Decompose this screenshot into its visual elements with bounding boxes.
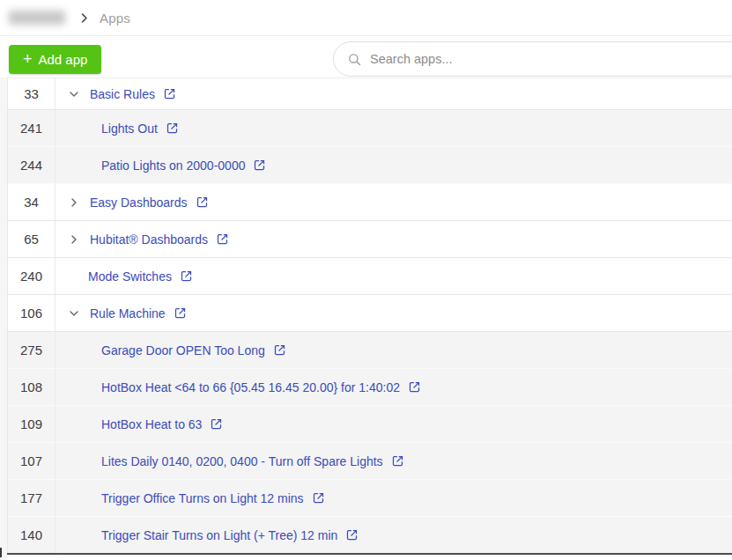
app-id: 65 xyxy=(8,221,55,257)
table-row: 108 HotBox Heat <64 to 66 {05.45 16.45 2… xyxy=(8,369,732,406)
external-link-icon[interactable] xyxy=(408,380,421,394)
app-link-label: Trigger Stair Turns on Light (+ Tree) 12… xyxy=(101,528,337,542)
table-row: 275 Garage Door OPEN Too Long xyxy=(8,332,732,369)
app-link[interactable]: Garage Door OPEN Too Long xyxy=(101,343,286,357)
external-link-icon[interactable] xyxy=(273,343,286,357)
expand-chevron-icon[interactable] xyxy=(66,232,82,247)
add-app-button[interactable]: + Add app xyxy=(9,45,101,74)
apps-page: Apps + Add app 33 Basic Rules xyxy=(0,0,732,560)
app-name-cell: Lites Daily 0140, 0200, 0400 - Turn off … xyxy=(55,443,732,479)
app-link-label: HotBox Heat to 63 xyxy=(101,417,202,431)
app-link-label: Basic Rules xyxy=(90,87,155,101)
app-id: 240 xyxy=(8,258,55,294)
app-name-cell: Easy Dashboards xyxy=(55,184,732,220)
app-link-label: Lights Out xyxy=(101,122,158,136)
app-link[interactable]: Easy Dashboards xyxy=(90,195,209,210)
table-row: 140 Trigger Stair Turns on Light (+ Tree… xyxy=(8,517,732,554)
external-link-icon[interactable] xyxy=(196,195,209,209)
external-link-icon[interactable] xyxy=(391,454,404,468)
toolbar: + Add app xyxy=(0,35,732,77)
app-link-label: Lites Daily 0140, 0200, 0400 - Turn off … xyxy=(101,454,383,468)
app-name-cell: Trigger Office Turns on Light 12 mins xyxy=(55,480,732,516)
app-link[interactable]: HotBox Heat <64 to 66 {05.45 16.45 20.00… xyxy=(101,380,421,394)
search-icon xyxy=(347,52,362,67)
app-link[interactable]: Trigger Office Turns on Light 12 mins xyxy=(101,491,325,505)
add-app-label: Add app xyxy=(39,52,88,67)
search-box[interactable] xyxy=(333,41,732,77)
app-link[interactable]: Trigger Stair Turns on Light (+ Tree) 12… xyxy=(101,528,359,542)
app-link[interactable]: Mode Switches xyxy=(88,269,193,284)
external-link-icon[interactable] xyxy=(253,158,266,172)
apps-table-body: 33 Basic Rules 241 Lights Out 244 xyxy=(7,77,732,554)
table-row: 33 Basic Rules xyxy=(8,78,732,110)
page-left-gutter xyxy=(0,77,7,560)
external-link-icon[interactable] xyxy=(180,269,193,283)
app-name-cell: Mode Switches xyxy=(55,258,732,294)
app-id: 177 xyxy=(8,480,55,516)
app-id: 109 xyxy=(8,406,55,442)
external-link-icon[interactable] xyxy=(216,232,229,246)
app-id: 107 xyxy=(8,443,55,479)
app-link-label: Rule Machine xyxy=(90,306,166,321)
app-link-label: Trigger Office Turns on Light 12 mins xyxy=(101,491,304,505)
app-link[interactable]: HotBox Heat to 63 xyxy=(101,417,223,431)
breadcrumb: Apps xyxy=(0,0,732,35)
app-link[interactable]: Lites Daily 0140, 0200, 0400 - Turn off … xyxy=(101,454,404,468)
app-link-label: Easy Dashboards xyxy=(90,195,188,210)
app-name-cell: HotBox Heat to 63 xyxy=(55,406,732,442)
table-row: 65 Hubitat® Dashboards xyxy=(8,221,732,258)
table-row: 241 Lights Out xyxy=(8,110,732,147)
app-name-cell: Basic Rules xyxy=(55,78,732,109)
expand-chevron-icon[interactable] xyxy=(66,195,82,210)
app-link-label: HotBox Heat <64 to 66 {05.45 16.45 20.00… xyxy=(101,380,400,394)
app-link[interactable]: Lights Out xyxy=(101,122,179,136)
scrollbar-left-notch xyxy=(0,548,2,557)
app-link[interactable]: Rule Machine xyxy=(90,306,187,321)
external-link-icon[interactable] xyxy=(174,306,187,320)
hub-name-redacted-link[interactable] xyxy=(9,11,65,25)
table-row: 107 Lites Daily 0140, 0200, 0400 - Turn … xyxy=(8,443,732,480)
expand-chevron-icon[interactable] xyxy=(66,86,82,102)
table-row: 109 HotBox Heat to 63 xyxy=(8,406,732,443)
app-id: 244 xyxy=(8,147,55,183)
app-link[interactable]: Patio Lights on 2000-0000 xyxy=(101,158,266,173)
app-name-cell: Patio Lights on 2000-0000 xyxy=(55,147,732,183)
horizontal-scrollbar[interactable] xyxy=(7,553,732,555)
app-id: 34 xyxy=(8,184,55,220)
app-link[interactable]: Hubitat® Dashboards xyxy=(90,232,229,247)
app-id: 33 xyxy=(8,78,55,109)
plus-icon: + xyxy=(23,51,33,67)
search-input[interactable] xyxy=(370,52,732,66)
app-link-label: Garage Door OPEN Too Long xyxy=(101,343,265,357)
app-link-label: Hubitat® Dashboards xyxy=(90,232,208,247)
app-name-cell: Garage Door OPEN Too Long xyxy=(55,332,732,368)
external-link-icon[interactable] xyxy=(210,417,223,431)
table-row: 34 Easy Dashboards xyxy=(8,184,732,221)
app-link-label: Mode Switches xyxy=(88,269,172,284)
external-link-icon[interactable] xyxy=(312,491,325,505)
app-name-cell: HotBox Heat <64 to 66 {05.45 16.45 20.00… xyxy=(55,369,732,405)
app-id: 108 xyxy=(8,369,55,405)
app-link[interactable]: Basic Rules xyxy=(90,87,176,101)
external-link-icon[interactable] xyxy=(163,87,176,100)
table-row: 244 Patio Lights on 2000-0000 xyxy=(8,147,732,184)
app-name-cell: Lights Out xyxy=(55,110,732,146)
external-link-icon[interactable] xyxy=(345,528,359,542)
expand-chevron-icon[interactable] xyxy=(66,306,82,321)
app-id: 140 xyxy=(8,517,55,553)
app-id: 275 xyxy=(8,332,55,368)
table-row: 240 Mode Switches xyxy=(8,258,732,295)
table-row: 106 Rule Machine xyxy=(8,295,732,332)
app-link-label: Patio Lights on 2000-0000 xyxy=(101,158,245,173)
app-id: 241 xyxy=(8,110,55,146)
breadcrumb-current-page: Apps xyxy=(100,11,130,26)
external-link-icon[interactable] xyxy=(166,122,179,135)
app-name-cell: Rule Machine xyxy=(55,295,732,331)
app-id: 106 xyxy=(8,295,55,331)
app-name-cell: Trigger Stair Turns on Light (+ Tree) 12… xyxy=(55,517,732,553)
table-row: 177 Trigger Office Turns on Light 12 min… xyxy=(8,480,732,517)
app-name-cell: Hubitat® Dashboards xyxy=(55,221,732,257)
breadcrumb-chevron-icon xyxy=(78,11,91,25)
